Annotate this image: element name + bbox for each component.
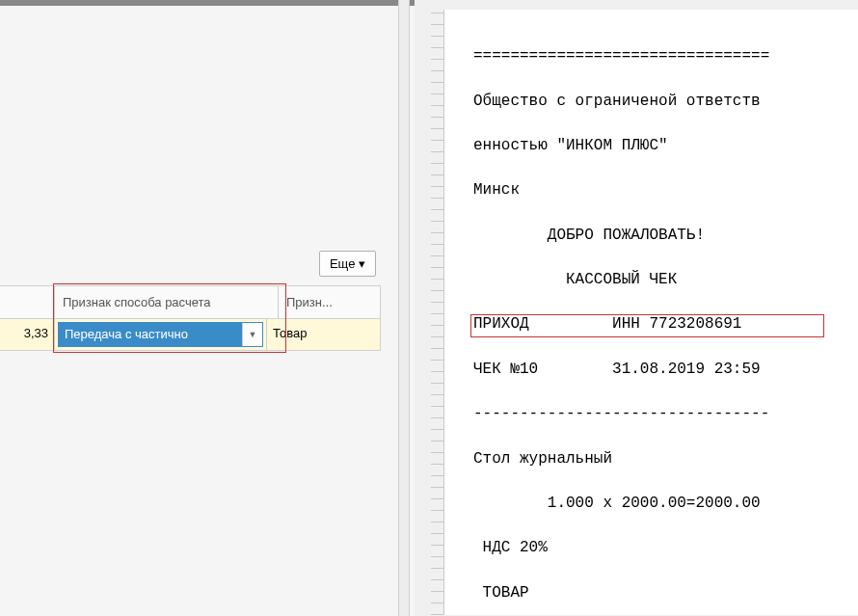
more-button[interactable]: Еще ▾	[319, 251, 376, 277]
cell-method[interactable]: Передача с частично ▼	[55, 319, 267, 351]
cell-amount[interactable]: 3,33	[0, 319, 55, 351]
receipt-vat-rate: НДС 20%	[473, 537, 839, 559]
receipt-item-calc: 1.000 x 2000.00=2000.00	[473, 493, 839, 515]
table-row[interactable]: 3,33 Передача с частично ▼ Товар	[0, 319, 381, 351]
cell-subject[interactable]: Товар	[267, 319, 381, 351]
more-button-label: Еще	[330, 256, 355, 271]
table-header-row: Признак способа расчета Призн...	[0, 286, 381, 319]
receipt-org-line2: енностью "ИНКОМ ПЛЮС"	[473, 135, 839, 157]
chevron-down-icon: ▾	[359, 256, 365, 271]
panel-divider[interactable]	[398, 0, 410, 616]
settlement-method-dropdown[interactable]: Передача с частично ▼	[58, 322, 263, 347]
chevron-down-icon[interactable]: ▼	[242, 323, 262, 346]
receipt-income-inn: ПРИХОД ИНН 7723208691	[473, 313, 839, 335]
receipt-content: ================================ Обществ…	[473, 23, 839, 616]
receipt-org-line1: Общество с ограниченой ответств	[473, 91, 839, 113]
receipt-separator: ================================	[473, 45, 839, 67]
table-header-method[interactable]: Признак способа расчета	[55, 286, 279, 319]
receipt-dash: --------------------------------	[473, 403, 839, 425]
receipt-goods: ТОВАР	[473, 582, 839, 604]
table-header-subject[interactable]: Призн...	[279, 286, 381, 319]
receipt-city: Минск	[473, 179, 839, 201]
receipt-check-date: ЧЕК №10 31.08.2019 23:59	[473, 359, 839, 381]
settlement-table: Признак способа расчета Призн... 3,33 Пе…	[0, 285, 381, 351]
receipt-page: ================================ Обществ…	[443, 10, 858, 615]
table-header-amount[interactable]	[0, 286, 55, 319]
receipt-item-name: Стол журнальный	[473, 448, 839, 470]
receipt-welcome: ДОБРО ПОЖАЛОВАТЬ!	[473, 225, 839, 247]
receipt-title: КАССОВЫЙ ЧЕК	[473, 269, 839, 291]
receipt-preview-panel: ================================ Обществ…	[415, 0, 858, 616]
dropdown-selected-value: Передача с частично	[59, 323, 242, 346]
